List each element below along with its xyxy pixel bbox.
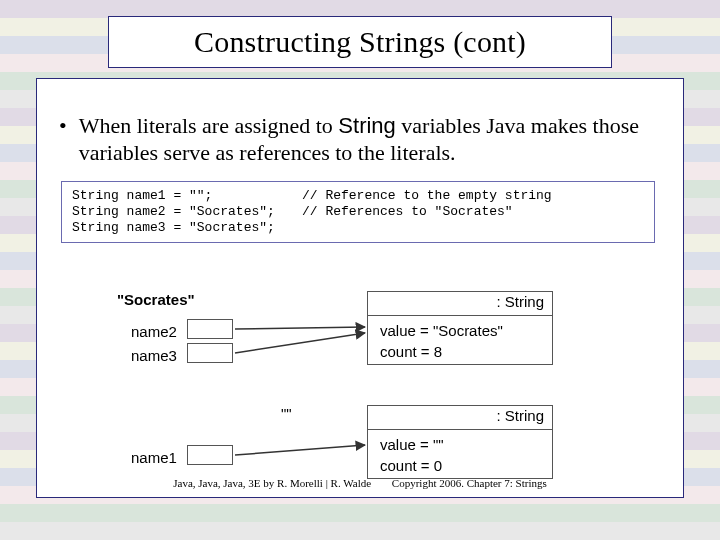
code-line-2-comment: // References to "Socrates"	[302, 204, 513, 220]
svg-line-0	[235, 327, 365, 329]
literal-socrates-label: "Socrates"	[117, 291, 195, 308]
footer-right: Copyright 2006. Chapter 7: Strings	[392, 477, 547, 489]
slide-body-box: • When literals are assigned to String v…	[36, 78, 684, 498]
var-name1-label: name1	[131, 449, 177, 466]
string-object-empty-attr-count: count = 0	[380, 455, 550, 476]
code-line-3-lhs: String name3 = "Socrates";	[72, 220, 302, 236]
string-object-socrates: : String value = "Socrates" count = 8	[367, 291, 553, 365]
var-name2-label: name2	[131, 323, 177, 340]
string-object-empty: : String value = "" count = 0	[367, 405, 553, 479]
footer-left: Java, Java, Java, 3E by R. Morelli | R. …	[173, 477, 371, 489]
slide-title-box: Constructing Strings (cont)	[108, 16, 612, 68]
slide-body: • When literals are assigned to String v…	[59, 113, 661, 243]
bullet-text: When literals are assigned to String var…	[79, 113, 661, 167]
bullet-code-word: String	[338, 113, 395, 138]
code-example: String name1 = "";// Reference to the em…	[72, 188, 644, 237]
string-object-socrates-attrs: value = "Socrates" count = 8	[368, 316, 552, 368]
code-line-2-lhs: String name2 = "Socrates";	[72, 204, 302, 220]
string-object-empty-header: : String	[368, 406, 552, 430]
string-reference-diagram: "Socrates" name2 name3 : String value = …	[117, 289, 617, 529]
string-object-socrates-attr-count: count = 8	[380, 341, 550, 362]
code-line-1-comment: // Reference to the empty string	[302, 188, 552, 204]
slide-footer: Java, Java, Java, 3E by R. Morelli | R. …	[37, 477, 683, 489]
bullet-marker: •	[59, 113, 67, 167]
literal-empty-label: ""	[281, 405, 292, 422]
string-object-socrates-attr-value: value = "Socrates"	[380, 320, 550, 341]
string-object-socrates-header: : String	[368, 292, 552, 316]
code-line-1-lhs: String name1 = "";	[72, 188, 302, 204]
svg-line-2	[235, 445, 365, 455]
bullet-text-before: When literals are assigned to	[79, 113, 339, 138]
var-name2-box	[187, 319, 233, 339]
string-object-empty-attr-value: value = ""	[380, 434, 550, 455]
var-name1-box	[187, 445, 233, 465]
slide-title: Constructing Strings (cont)	[194, 25, 526, 59]
string-object-empty-attrs: value = "" count = 0	[368, 430, 552, 482]
svg-line-1	[235, 333, 365, 353]
bullet-item: • When literals are assigned to String v…	[59, 113, 661, 167]
var-name3-box	[187, 343, 233, 363]
var-name3-label: name3	[131, 347, 177, 364]
code-example-box: String name1 = "";// Reference to the em…	[61, 181, 655, 244]
